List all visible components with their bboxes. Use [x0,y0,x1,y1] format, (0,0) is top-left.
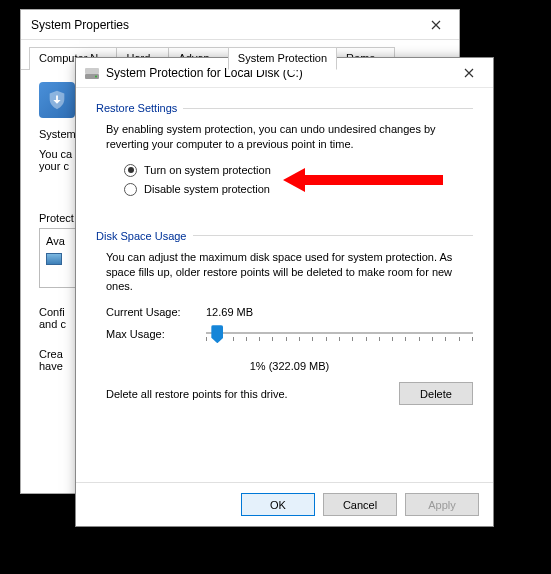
slider-track [206,332,473,334]
delete-description: Delete all restore points for this drive… [106,388,389,400]
divider [193,235,474,236]
drive-icon [46,253,62,265]
parent-close-button[interactable] [413,10,459,40]
svg-point-2 [95,75,97,77]
ok-button[interactable]: OK [241,493,315,516]
dialog-body: Restore Settings By enabling system prot… [76,88,493,482]
close-icon [431,20,441,30]
radio-turn-on[interactable]: Turn on system protection [124,164,473,177]
parent-title: System Properties [31,18,449,32]
current-usage-row: Current Usage: 12.69 MB [106,306,473,318]
disk-description: You can adjust the maximum disk space us… [106,250,473,295]
radio-disable-label: Disable system protection [144,183,270,195]
system-protection-dialog: System Protection for Local Disk (C:) Re… [75,57,494,527]
delete-button[interactable]: Delete [399,382,473,405]
max-usage-slider[interactable] [206,324,473,354]
drive-icon [84,65,100,81]
apply-button[interactable]: Apply [405,493,479,516]
parent-titlebar: System Properties [21,10,459,40]
svg-rect-1 [85,68,99,74]
slider-ticks [206,337,473,342]
restore-settings-header: Restore Settings [96,102,473,114]
current-usage-value: 12.69 MB [206,306,253,318]
tab-system-protection[interactable]: System Protection [228,47,337,70]
radio-disable[interactable]: Disable system protection [124,183,473,196]
divider [183,108,473,109]
max-usage-row: Max Usage: [106,324,473,354]
radio-turn-on-label: Turn on system protection [144,164,271,176]
max-usage-label: Max Usage: [106,324,206,354]
cancel-button[interactable]: Cancel [323,493,397,516]
radio-icon [124,164,137,177]
restore-description: By enabling system protection, you can u… [106,122,473,152]
disk-space-header: Disk Space Usage [96,230,473,242]
close-icon [464,68,474,78]
restore-shield-icon [39,82,75,118]
restore-settings-label: Restore Settings [96,102,177,114]
radio-icon [124,183,137,196]
current-usage-label: Current Usage: [106,306,206,318]
disk-space-label: Disk Space Usage [96,230,187,242]
dialog-footer: OK Cancel Apply [76,482,493,526]
max-usage-value: 1% (322.09 MB) [106,360,473,372]
dialog-close-button[interactable] [447,59,491,87]
